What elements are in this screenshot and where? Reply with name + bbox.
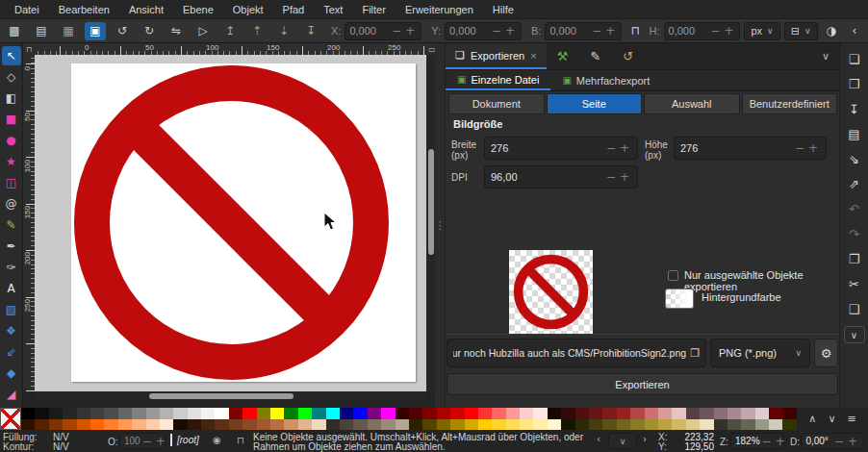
menu-ebene[interactable]: Ebene <box>174 2 222 17</box>
stroke-value[interactable]: N/V <box>53 441 69 452</box>
palette-swatch[interactable] <box>714 408 728 419</box>
palette-swatch[interactable] <box>478 419 492 431</box>
palette-swatch[interactable] <box>173 408 187 419</box>
palette-swatch[interactable] <box>118 419 132 431</box>
palette-swatch[interactable] <box>617 419 630 431</box>
lock-ratio-icon[interactable]: ⊓ <box>625 22 645 40</box>
palette-swatch[interactable] <box>270 408 284 419</box>
palette-swatch[interactable] <box>284 419 297 431</box>
palette-swatch[interactable] <box>755 408 769 419</box>
export-selected-only-checkbox[interactable] <box>668 270 678 281</box>
decrement-icon[interactable]: − <box>390 24 403 38</box>
palette-menu-icon[interactable]: ≡ <box>848 413 856 425</box>
palette-swatch[interactable] <box>326 419 340 431</box>
increment-icon[interactable]: + <box>806 141 820 155</box>
increment-icon[interactable]: + <box>403 24 417 38</box>
horizontal-scrollbar-track[interactable] <box>35 391 426 400</box>
menu-bearbeiten[interactable]: Bearbeiten <box>50 2 118 17</box>
prev-button[interactable]: ‹ <box>597 434 600 444</box>
palette-swatch[interactable] <box>437 419 450 431</box>
palette-swatch[interactable] <box>340 408 353 419</box>
palette-swatch[interactable] <box>90 408 104 419</box>
palette-swatch[interactable] <box>700 408 713 419</box>
palette-swatch[interactable] <box>160 408 173 419</box>
rotate-cw-icon[interactable]: ↻ <box>139 22 160 40</box>
decrement-icon[interactable]: − <box>590 24 603 38</box>
rotate-ccw-icon[interactable]: ↺ <box>112 22 133 40</box>
snapbar-collapse-button[interactable]: ‹ <box>845 22 864 40</box>
palette-swatch[interactable] <box>520 408 533 419</box>
export-height-field[interactable]: 276 − + <box>674 137 827 160</box>
palette-swatch[interactable] <box>35 419 48 431</box>
palette-swatch[interactable] <box>769 408 782 419</box>
save-icon[interactable]: ↧ <box>845 101 864 116</box>
palette-swatch[interactable] <box>396 408 409 419</box>
decrement-icon[interactable]: − <box>490 24 503 38</box>
palette-swatch[interactable] <box>312 419 325 431</box>
palette-swatch[interactable] <box>645 408 658 419</box>
palette-swatch[interactable] <box>714 419 728 431</box>
browse-folder-icon[interactable]: ❒ <box>690 347 700 360</box>
palette-swatch[interactable] <box>409 419 422 431</box>
lower-to-bottom-icon[interactable]: ↧ <box>300 22 321 40</box>
palette-swatch[interactable] <box>257 408 270 419</box>
horizontal-ruler[interactable]: 0501001502002503 <box>35 43 426 55</box>
palette-swatch[interactable] <box>561 408 574 419</box>
palette-swatch[interactable] <box>437 408 450 419</box>
palette-swatch[interactable] <box>215 408 228 419</box>
vertical-ruler[interactable]: 050100150200250 <box>23 55 35 391</box>
copy-icon[interactable]: ❐ <box>845 251 864 266</box>
palette-swatch[interactable] <box>284 408 297 419</box>
palette-swatch[interactable] <box>492 408 505 419</box>
palette-swatch[interactable] <box>782 419 796 431</box>
palette-swatch[interactable] <box>589 419 602 431</box>
pencil-tool[interactable]: ✎ <box>2 215 21 235</box>
palette-swatch[interactable] <box>672 408 685 419</box>
palette-swatch[interactable] <box>63 419 76 431</box>
palette-swatch[interactable] <box>368 419 381 431</box>
mesh-gradient-tool[interactable]: ❖ <box>2 321 21 340</box>
palette-swatch[interactable] <box>630 419 644 431</box>
palette-swatch[interactable] <box>589 408 602 419</box>
palette-swatch[interactable] <box>160 419 173 431</box>
palette-swatch[interactable] <box>478 408 492 419</box>
increment-icon[interactable]: + <box>154 435 167 448</box>
palette-swatch[interactable] <box>21 419 35 431</box>
palette-swatch[interactable] <box>450 408 464 419</box>
export-dpi-field[interactable]: 96,00 − + <box>484 165 638 188</box>
menu-filter[interactable]: Filter <box>353 2 394 17</box>
palette-swatch[interactable] <box>353 419 367 431</box>
palette-swatch[interactable] <box>769 419 782 431</box>
palette-swatch[interactable] <box>340 419 353 431</box>
vertical-scrollbar[interactable] <box>428 149 434 255</box>
palette-scroll-up-icon[interactable]: ∧ <box>808 413 816 425</box>
palette-swatch[interactable] <box>353 408 367 419</box>
select-same-icon[interactable]: ▤ <box>31 22 52 40</box>
palette-swatch[interactable] <box>63 408 76 419</box>
object-properties-dialog-icon[interactable]: ✎ <box>579 43 612 69</box>
increment-icon[interactable]: + <box>618 170 631 184</box>
decrement-icon[interactable]: − <box>832 435 846 448</box>
palette-swatch[interactable] <box>782 408 796 419</box>
import-icon[interactable]: ⇘ <box>845 151 864 166</box>
palette-swatch[interactable] <box>257 419 270 431</box>
decrement-icon[interactable]: − <box>604 170 618 184</box>
snap-toggle-icon[interactable]: ◑ <box>822 22 841 40</box>
layer-visibility-icon[interactable]: ◉ <box>213 435 221 445</box>
box-3d-tool[interactable]: ◫ <box>2 173 21 192</box>
deselect-icon[interactable]: ▦ <box>58 22 79 40</box>
decrement-icon[interactable]: − <box>708 24 722 38</box>
background-color-swatch[interactable] <box>665 289 694 309</box>
area-seite-button[interactable]: Seite <box>547 93 643 114</box>
palette-swatch[interactable] <box>90 419 104 431</box>
print-icon[interactable]: ▤ <box>845 126 864 141</box>
current-layer-label[interactable]: [root] <box>177 435 199 445</box>
open-document-icon[interactable]: ❒ <box>845 76 864 91</box>
area-benutzerdefiniert-button[interactable]: Benutzerdefiniert <box>742 93 838 114</box>
export-format-dropdown[interactable]: PNG (*.png) ∨ <box>710 339 810 367</box>
more-commands-button[interactable]: ∨ <box>844 326 865 343</box>
dropper-tool[interactable]: ⇙ <box>2 342 21 362</box>
palette-scroll-down-icon[interactable]: ∨ <box>828 413 835 425</box>
y-field[interactable]: 0,000 − + <box>445 22 522 40</box>
tab-mehrfachexport[interactable]: ▣ Mehrfachexport <box>550 70 661 90</box>
